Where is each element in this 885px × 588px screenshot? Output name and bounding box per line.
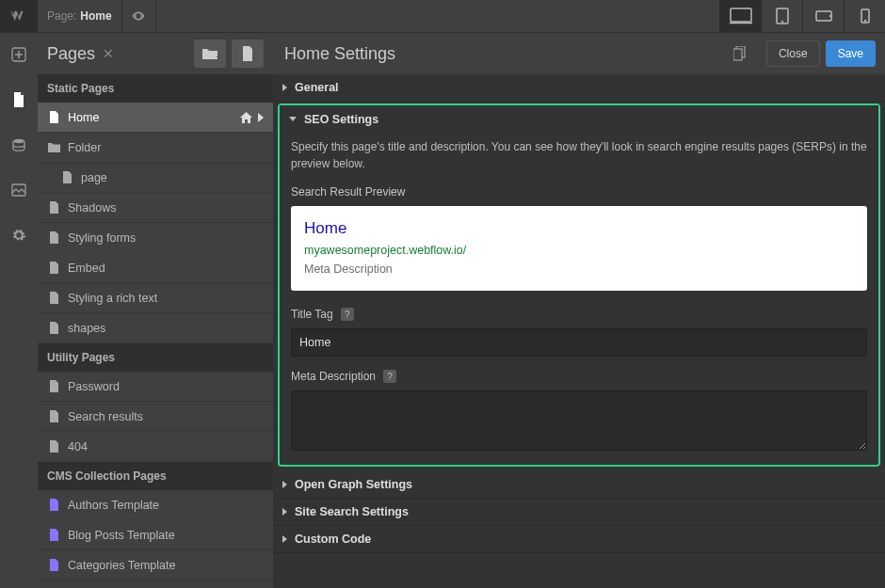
section-cms-pages: CMS Collection Pages — [38, 462, 273, 490]
chevron-right-icon — [282, 508, 287, 516]
page-icon — [47, 201, 60, 215]
page-icon — [47, 380, 60, 393]
page-icon — [47, 111, 60, 124]
svg-point-9 — [13, 139, 24, 143]
page-row-shadows[interactable]: Shadows — [38, 193, 273, 223]
phone-icon — [861, 8, 870, 24]
pages-button[interactable] — [5, 86, 33, 114]
new-page-button[interactable]: + — [232, 40, 264, 68]
plus-icon — [11, 47, 26, 62]
new-folder-button[interactable]: + — [194, 40, 226, 68]
svg-text:+: + — [216, 53, 218, 60]
title-tag-input[interactable] — [291, 328, 867, 357]
page-row-password[interactable]: Password — [38, 372, 273, 402]
page-row-categories-template[interactable]: Categories Template — [38, 550, 273, 580]
save-button-label: Save — [838, 47, 863, 60]
tablet-landscape-icon — [815, 10, 832, 22]
page-row-label: Authors Template — [68, 499, 264, 512]
device-phone-button[interactable] — [844, 0, 885, 32]
svg-point-7 — [864, 20, 866, 22]
page-row-shapes[interactable]: shapes — [38, 313, 273, 343]
page-row-label: Categories Template — [68, 559, 264, 572]
page-row-search-results[interactable]: Search results — [38, 402, 273, 432]
device-desktop-button[interactable] — [719, 0, 761, 32]
cms-page-icon — [47, 499, 60, 512]
seo-description-text: Specify this page's title and descriptio… — [291, 138, 867, 172]
close-icon: ✕ — [103, 46, 114, 61]
page-row-label: 404 — [68, 440, 264, 453]
page-icon — [47, 292, 60, 305]
folder-icon — [47, 141, 60, 154]
svg-rect-14 — [733, 49, 742, 60]
page-row-blog-posts-template[interactable]: Blog Posts Template — [38, 520, 273, 550]
help-icon[interactable]: ? — [341, 308, 354, 321]
page-indicator[interactable]: Page: Home — [38, 0, 122, 32]
cms-page-icon — [47, 559, 60, 572]
webflow-logo[interactable] — [0, 0, 38, 32]
page-row-styling-forms[interactable]: Styling forms — [38, 223, 273, 253]
duplicate-button[interactable] — [729, 42, 751, 65]
page-row-label: Password — [68, 380, 264, 393]
serp-url: myawesomeproject.webflow.io/ — [304, 244, 854, 257]
accordion-site-search[interactable]: Site Search Settings — [273, 499, 885, 526]
accordion-label: Site Search Settings — [295, 505, 409, 518]
serp-meta: Meta Description — [304, 262, 854, 276]
chevron-right-icon — [282, 535, 287, 543]
page-row-home[interactable]: Home — [38, 103, 273, 133]
title-tag-label: Title Tag ? — [291, 308, 867, 321]
page-row-label: Styling forms — [68, 231, 264, 245]
stack-icon — [11, 137, 26, 152]
settings-title: Home Settings — [284, 44, 729, 64]
page-icon — [12, 92, 25, 107]
accordion-general[interactable]: General — [273, 74, 885, 102]
page-icon — [60, 171, 73, 184]
page-row-label: Home — [68, 111, 240, 124]
folder-plus-icon: + — [201, 47, 218, 60]
svg-rect-0 — [731, 8, 751, 22]
cms-button[interactable] — [5, 131, 33, 159]
pages-panel-title: Pages — [47, 44, 95, 64]
page-icon — [47, 322, 60, 335]
page-row-label: shapes — [68, 322, 264, 335]
pages-panel-close[interactable]: ✕ — [103, 46, 114, 61]
save-button[interactable]: Save — [826, 40, 876, 67]
page-row-label: page — [81, 171, 264, 184]
meta-description-input[interactable] — [291, 390, 867, 451]
accordion-seo[interactable]: SEO Settings — [280, 105, 878, 133]
page-row-page[interactable]: page — [38, 163, 273, 193]
page-row-label: Embed — [68, 262, 264, 275]
eye-icon — [131, 8, 146, 24]
page-icon — [47, 410, 60, 423]
section-static-pages: Static Pages — [38, 74, 273, 103]
preview-button[interactable] — [122, 0, 156, 32]
page-row-embed[interactable]: Embed — [38, 253, 273, 283]
accordion-custom-code[interactable]: Custom Code — [273, 526, 885, 553]
close-button[interactable]: Close — [766, 40, 820, 67]
serp-preview-label: Search Result Preview — [291, 185, 867, 199]
accordion-label: Open Graph Settings — [295, 478, 412, 491]
svg-point-5 — [829, 15, 831, 17]
accordion-label: General — [295, 81, 339, 94]
svg-text:+: + — [252, 54, 254, 61]
page-row-styling-rich-text[interactable]: Styling a rich text — [38, 283, 273, 313]
page-row-404[interactable]: 404 — [38, 432, 273, 462]
desktop-icon — [730, 8, 752, 24]
device-tablet-button[interactable] — [761, 0, 802, 32]
copy-icon — [733, 46, 747, 61]
serp-title: Home — [304, 219, 854, 238]
settings-button[interactable] — [5, 221, 33, 249]
add-element-button[interactable] — [5, 40, 33, 69]
page-row-label: Blog Posts Template — [68, 529, 264, 542]
assets-button[interactable] — [5, 176, 33, 204]
page-row-folder[interactable]: Folder — [38, 133, 273, 163]
chevron-right-icon — [282, 84, 287, 91]
cms-page-icon — [47, 529, 60, 542]
page-row-label: Search results — [68, 410, 264, 423]
svg-rect-4 — [816, 11, 831, 21]
serp-preview: Home myawesomeproject.webflow.io/ Meta D… — [291, 206, 867, 291]
accordion-open-graph[interactable]: Open Graph Settings — [273, 471, 885, 499]
help-icon[interactable]: ? — [383, 370, 396, 383]
page-row-authors-template[interactable]: Authors Template — [38, 490, 273, 520]
device-tablet-landscape-button[interactable] — [802, 0, 844, 32]
home-icon — [240, 112, 252, 123]
